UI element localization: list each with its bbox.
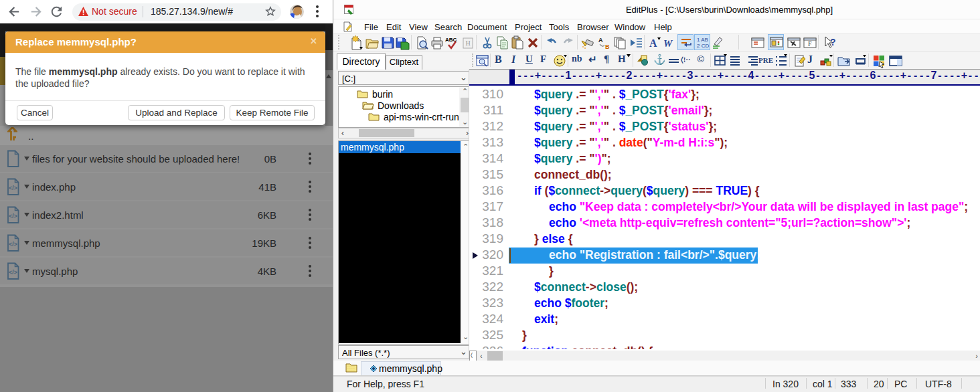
svg-text:A: A <box>598 37 603 43</box>
svg-text:</>: </> <box>9 185 17 191</box>
svg-text:2 CD: 2 CD <box>697 43 709 49</box>
svg-text:1 AB: 1 AB <box>697 37 708 43</box>
svg-text:B: B <box>605 43 610 50</box>
svg-text:?: ? <box>830 37 836 47</box>
svg-text:H: H <box>466 39 471 47</box>
svg-text:F: F <box>808 40 812 47</box>
svg-text:W: W <box>663 38 673 49</box>
svg-text:</>: </> <box>9 213 17 219</box>
svg-text:</>: </> <box>9 269 17 276</box>
svg-text:A: A <box>649 37 657 49</box>
svg-text:</>: </> <box>9 241 17 248</box>
